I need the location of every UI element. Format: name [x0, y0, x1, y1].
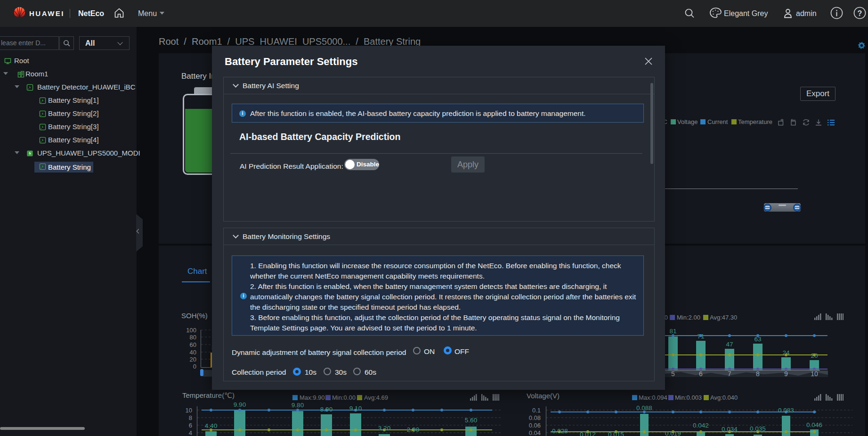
- svg-text:9: 9: [784, 370, 788, 378]
- svg-text:0: 0: [193, 363, 196, 370]
- svg-text:6: 6: [189, 422, 192, 429]
- svg-text:0.1: 0.1: [532, 407, 541, 414]
- svg-text:10: 10: [811, 370, 818, 378]
- svg-text:81: 81: [669, 328, 676, 335]
- svg-text:40: 40: [190, 349, 196, 356]
- svg-text:0.035: 0.035: [750, 425, 766, 432]
- svg-text:0.083: 0.083: [778, 407, 794, 414]
- svg-text:0.088: 0.088: [636, 404, 652, 411]
- svg-text:0.08: 0.08: [529, 414, 541, 421]
- svg-text:60: 60: [190, 341, 196, 348]
- svg-text:9.90: 9.90: [234, 401, 246, 408]
- svg-text:20: 20: [190, 356, 196, 363]
- svg-text:100: 100: [186, 327, 196, 334]
- svg-text:0.019: 0.019: [665, 430, 681, 436]
- svg-text:7: 7: [728, 370, 731, 378]
- svg-text:0.04: 0.04: [529, 429, 541, 436]
- svg-text:8.90: 8.90: [320, 406, 333, 413]
- svg-text:10: 10: [186, 407, 192, 414]
- svg-text:5.60: 5.60: [465, 417, 477, 424]
- svg-text:0.046: 0.046: [806, 421, 822, 428]
- svg-text:2.90: 2.90: [407, 426, 419, 433]
- svg-text:3.20: 3.20: [378, 425, 390, 432]
- svg-text:0.06: 0.06: [529, 422, 541, 429]
- svg-text:9.10: 9.10: [349, 405, 362, 412]
- svg-text:6: 6: [699, 370, 703, 378]
- svg-text:8: 8: [756, 370, 760, 378]
- svg-text:0.042: 0.042: [693, 422, 709, 429]
- svg-text:0.028: 0.028: [552, 428, 568, 435]
- svg-text:0.012: 0.012: [580, 431, 596, 436]
- svg-text:4.40: 4.40: [205, 422, 217, 429]
- svg-text:5: 5: [671, 370, 675, 378]
- svg-text:4: 4: [189, 429, 192, 436]
- svg-text:47: 47: [726, 341, 733, 348]
- svg-text:8: 8: [189, 414, 192, 421]
- svg-text:80: 80: [190, 334, 196, 341]
- svg-text:0.015: 0.015: [608, 431, 624, 436]
- svg-text:?: ?: [858, 9, 862, 17]
- svg-text:9.80: 9.80: [292, 402, 304, 409]
- svg-text:0.034: 0.034: [722, 426, 738, 433]
